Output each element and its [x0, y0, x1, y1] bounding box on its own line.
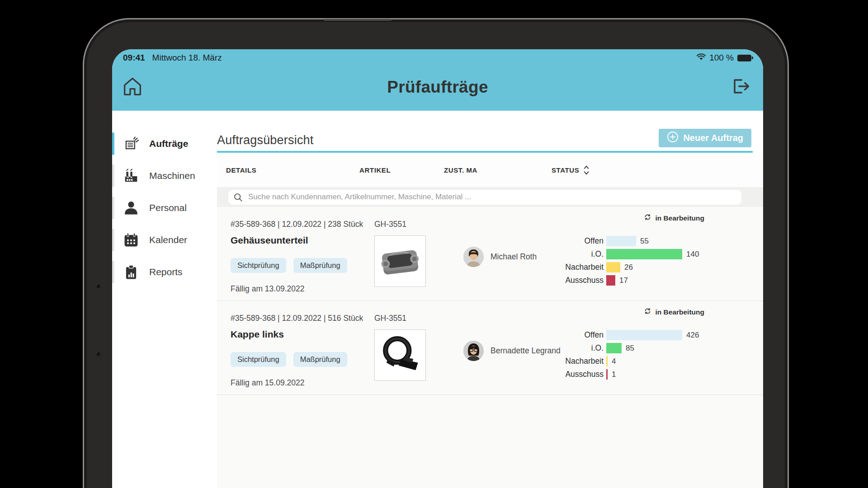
side-button — [96, 284, 100, 288]
tag-masspruefung: Maßprüfung — [293, 352, 347, 367]
tag-masspruefung: Maßprüfung — [293, 258, 347, 273]
article-number: GH-3551 — [374, 220, 463, 229]
bar-value: 55 — [640, 237, 649, 246]
battery-percent: 100 % — [709, 53, 734, 63]
logout-button[interactable] — [729, 75, 752, 99]
column-details: DETAILS — [217, 166, 359, 174]
article-image — [374, 329, 426, 381]
battery-icon — [737, 55, 751, 61]
sidebar-item-label: Reports — [149, 267, 183, 277]
page-title: Prüfaufträge — [387, 78, 488, 97]
refresh-icon — [644, 307, 651, 317]
bar-label: Offen — [561, 236, 604, 246]
status-bars: Offen426 i.O.85 Nacharbeit4 Ausschuss1 — [561, 330, 763, 380]
bar-label: Nacharbeit — [561, 263, 604, 272]
avatar — [463, 341, 484, 361]
bar-value: 426 — [686, 331, 699, 340]
sidebar-item-label: Aufträge — [149, 138, 188, 149]
sidebar-item-label: Kalender — [149, 235, 187, 245]
assignee-name: Bernadette Legrand — [491, 346, 561, 356]
home-button[interactable] — [120, 75, 145, 100]
sidebar-item-personal[interactable]: Personal — [112, 197, 217, 219]
new-order-button[interactable]: Neuer Auftrag — [659, 129, 751, 147]
column-artikel: ARTIKEL — [359, 166, 444, 174]
indicator — [112, 197, 114, 219]
bar-value: 85 — [626, 344, 634, 353]
calendar-icon — [122, 231, 140, 249]
indicator — [112, 164, 114, 187]
sidebar: Aufträge Maschinen Per — [112, 111, 217, 488]
due-date: Fällig am 13.09.2022 — [231, 284, 374, 294]
order-row[interactable]: #35-589-368 | 12.09.2022 | 516 Stück Kap… — [217, 301, 763, 395]
avatar — [463, 247, 484, 267]
bar-label: Ausschuss — [561, 276, 604, 285]
bar-ok — [606, 249, 682, 259]
bar-value: 4 — [612, 357, 616, 366]
status-bar: 09:41 Mittwoch 18. März 100 % — [112, 49, 763, 64]
date: Mittwoch 18. März — [152, 53, 222, 63]
status-badge: in Bearbeitung — [644, 213, 704, 223]
logout-icon — [729, 93, 752, 99]
sidebar-item-maschinen[interactable]: Maschinen — [112, 164, 217, 187]
active-indicator — [112, 132, 114, 155]
new-order-label: Neuer Auftrag — [683, 133, 743, 143]
tag-sichtpruefung: Sichtprüfung — [231, 352, 286, 367]
bar-scrap — [606, 369, 608, 380]
order-name: Kappe links — [231, 329, 374, 340]
bar-rework — [606, 262, 620, 272]
reports-icon — [122, 263, 140, 281]
search-band — [217, 187, 763, 207]
article-number: GH-3551 — [374, 314, 463, 323]
factory-icon — [122, 167, 140, 185]
bar-value: 140 — [686, 250, 699, 259]
bar-rework — [606, 356, 608, 366]
search-input[interactable] — [228, 190, 741, 205]
column-status[interactable]: STATUS — [552, 164, 590, 176]
clock: 09:41 — [123, 53, 145, 63]
bar-value: 1 — [612, 370, 616, 379]
article-image — [374, 235, 426, 287]
bar-scrap — [606, 275, 615, 286]
app-header: Prüfaufträge — [112, 64, 763, 111]
wifi-icon — [697, 53, 706, 63]
order-meta: #35-589-368 | 12.09.2022 | 238 Stück — [231, 220, 374, 229]
assignee-name: Michael Roth — [491, 252, 537, 262]
antenna-line — [324, 19, 392, 21]
bar-value: 17 — [619, 276, 628, 285]
sort-icon[interactable] — [583, 164, 590, 176]
status-label: in Bearbeitung — [655, 308, 704, 316]
bar-label: i.O. — [561, 343, 604, 353]
tablet-frame: 09:41 Mittwoch 18. März 100 % — [83, 18, 789, 488]
indicator — [112, 261, 114, 283]
bar-label: i.O. — [561, 249, 604, 259]
bar-label: Nacharbeit — [561, 357, 604, 366]
table-header: DETAILS ARTIKEL ZUST. MA STATUS — [217, 153, 763, 187]
tag-sichtpruefung: Sichtprüfung — [231, 258, 286, 273]
main-content: Auftragsübersicht Neuer Auftrag DETAILS … — [217, 111, 763, 488]
person-icon — [122, 199, 140, 217]
side-button — [96, 352, 100, 356]
bar-label: Ausschuss — [561, 370, 604, 379]
search-icon — [234, 193, 243, 202]
sidebar-item-reports[interactable]: Reports — [112, 261, 217, 283]
status-bars: Offen55 i.O.140 Nacharbeit26 Ausschuss17 — [561, 236, 763, 286]
column-zust-ma: ZUST. MA — [444, 166, 552, 174]
order-name: Gehäuseunterteil — [231, 235, 374, 246]
app-screen: 09:41 Mittwoch 18. März 100 % — [112, 49, 763, 488]
bar-value: 26 — [624, 263, 633, 272]
sidebar-item-auftraege[interactable]: Aufträge — [112, 132, 217, 155]
sidebar-item-kalender[interactable]: Kalender — [112, 229, 217, 251]
indicator — [112, 229, 114, 251]
order-row[interactable]: #35-589-368 | 12.09.2022 | 238 Stück Geh… — [217, 207, 763, 301]
stage: 09:41 Mittwoch 18. März 100 % — [0, 0, 868, 488]
orders-icon — [122, 135, 140, 153]
status-badge: in Bearbeitung — [644, 307, 704, 317]
bar-ok — [606, 343, 622, 353]
section-title: Auftragsübersicht — [217, 133, 314, 147]
refresh-icon — [644, 213, 651, 223]
order-meta: #35-589-368 | 12.09.2022 | 516 Stück — [231, 314, 374, 323]
due-date: Fällig am 15.09.2022 — [231, 378, 374, 388]
sidebar-item-label: Personal — [149, 202, 187, 213]
bar-open — [606, 330, 682, 340]
home-icon — [120, 94, 145, 100]
